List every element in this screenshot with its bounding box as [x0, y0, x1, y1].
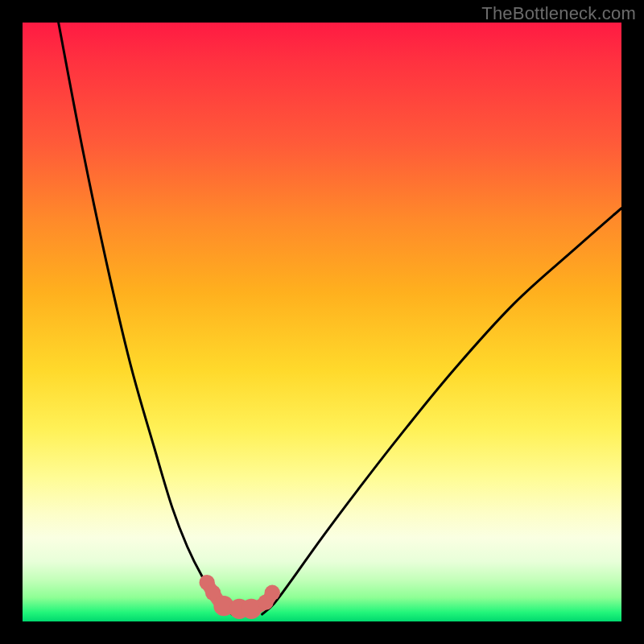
chart-frame: TheBottleneck.com — [0, 0, 644, 644]
plot-area — [23, 23, 621, 621]
watermark-text: TheBottleneck.com — [481, 3, 636, 24]
marker-point — [265, 585, 280, 601]
curve-left-curve — [59, 23, 233, 614]
curve-right-curve — [262, 208, 621, 614]
chart-svg — [23, 23, 621, 621]
